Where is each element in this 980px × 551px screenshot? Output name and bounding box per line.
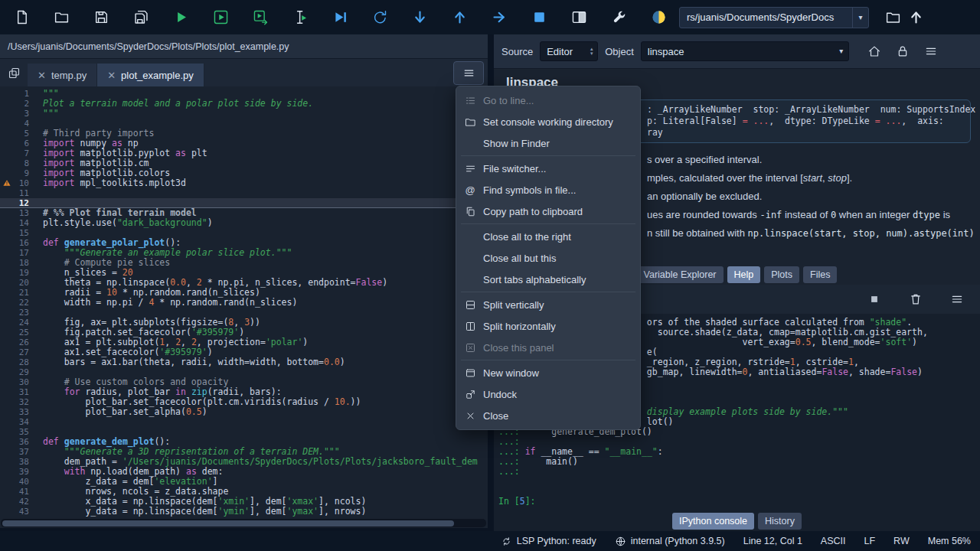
- undock-icon: [463, 387, 477, 401]
- close-tab-icon[interactable]: ✕: [38, 70, 46, 80]
- window-icon: [463, 366, 477, 380]
- line-number: 25: [0, 328, 35, 337]
- console-line: [498, 477, 980, 487]
- eol-status[interactable]: LF: [864, 536, 876, 546]
- line-number: 29: [0, 367, 35, 377]
- memory-status[interactable]: Mem 56%: [928, 536, 971, 546]
- menu-item-sort-tabs-alphabetically[interactable]: Sort tabs alphabetically: [456, 269, 640, 290]
- console-options-button[interactable]: [946, 289, 968, 310]
- cursor-position[interactable]: Line 12, Col 1: [743, 536, 802, 546]
- lsp-status[interactable]: LSP Python: ready: [501, 536, 596, 547]
- console-tab-history[interactable]: History: [758, 513, 802, 530]
- switcher-icon: [463, 161, 477, 175]
- parent-directory-button[interactable]: [904, 6, 927, 29]
- editor-tab-temp-py[interactable]: ✕temp.py: [28, 64, 97, 86]
- split-v-icon: [463, 298, 477, 311]
- caret-down-icon: ▾: [590, 51, 593, 56]
- debug-file-button[interactable]: [328, 6, 351, 29]
- menu-item-split-vertically[interactable]: Split vertically: [456, 294, 640, 315]
- pane-tab-files[interactable]: Files: [803, 266, 837, 283]
- caret-down-icon[interactable]: ▾: [835, 47, 848, 55]
- line-number: 31: [0, 387, 35, 397]
- menu-item-find-symbols-in-file[interactable]: @Find symbols in file...: [456, 179, 640, 201]
- open-file-button[interactable]: [50, 6, 73, 29]
- encoding-status[interactable]: ASCII: [821, 536, 846, 546]
- interpreter-status[interactable]: internal (Python 3.9.5): [615, 536, 725, 547]
- ibeam-run-icon: [292, 9, 309, 25]
- menu-item-close-all-to-the-right[interactable]: Close all to the right: [456, 226, 640, 247]
- interrupt-kernel-button[interactable]: [864, 289, 885, 310]
- save-all-button[interactable]: [129, 6, 152, 29]
- debug-continue-button[interactable]: [488, 6, 511, 29]
- blank-icon: [463, 272, 477, 286]
- browse-directory-button[interactable]: [881, 6, 904, 29]
- main-toolbar: rs/juanis/Documents/SpyderDocs ▾: [0, 0, 980, 34]
- code-line: 28 bars = ax1.bar(theta, radii, width=wi…: [0, 357, 488, 367]
- source-combo-value: Editor: [547, 46, 573, 57]
- run-cell-advance-button[interactable]: [249, 6, 272, 29]
- menu-item-label: Split horizontally: [483, 321, 556, 332]
- wrench-icon: [611, 9, 627, 25]
- object-combo-value: linspace: [648, 46, 684, 57]
- debug-step-into-button[interactable]: [408, 6, 431, 29]
- debug-stop-button[interactable]: [528, 6, 550, 29]
- console-tab-ipython-console[interactable]: IPython console: [672, 513, 754, 530]
- help-options-button[interactable]: [920, 41, 942, 62]
- debug-step-out-button[interactable]: [448, 6, 471, 29]
- line-number: 32: [0, 397, 35, 407]
- object-combo[interactable]: linspace ▾: [641, 41, 849, 61]
- editor-options-button[interactable]: [453, 61, 484, 85]
- run-selection-button[interactable]: [289, 6, 312, 29]
- remove-variables-button[interactable]: [905, 289, 926, 310]
- menu-item-split-horizontally[interactable]: Split horizontally: [456, 315, 640, 337]
- menu-item-file-switcher[interactable]: File switcher...: [456, 158, 640, 179]
- permissions-status[interactable]: RW: [893, 536, 910, 546]
- menu-separator: [461, 155, 635, 156]
- close-tab-icon[interactable]: ✕: [107, 70, 116, 80]
- source-label: Source: [501, 46, 533, 57]
- status-text: RW: [893, 536, 910, 546]
- menu-item-copy-path-to-clipboard[interactable]: Copy path to clipboard: [456, 201, 640, 222]
- menu-item-new-window[interactable]: New window: [456, 362, 640, 383]
- menu-item-close-all-but-this[interactable]: Close all but this: [456, 247, 640, 269]
- console-line: ...: main(): [498, 457, 980, 467]
- editor-tabbar: ✕temp.py✕plot_example.py: [0, 59, 488, 86]
- pane-tab-variable-explorer[interactable]: Variable Explorer: [637, 266, 724, 283]
- code-line: 43 y_data = np.linspace(dem['ymin'], dem…: [0, 507, 488, 517]
- source-combo[interactable]: Editor ▴ ▾: [540, 41, 598, 61]
- signature-line: : _ArrayLikeNumber stop: _ArrayLikeNumbe…: [647, 104, 964, 116]
- line-number: 9: [0, 168, 35, 178]
- tab-label: plot_example.py: [121, 70, 194, 81]
- caret-down-icon[interactable]: ▾: [852, 8, 868, 28]
- editor-horizontal-scrollbar[interactable]: [1, 519, 486, 527]
- menu-item-show-in-finder[interactable]: Show in Finder: [456, 132, 640, 154]
- code-line: 14plt.style.use("dark_background"): [0, 218, 488, 228]
- home-button[interactable]: [864, 41, 885, 62]
- pane-tab-help[interactable]: Help: [727, 266, 761, 283]
- lock-button[interactable]: [892, 41, 913, 62]
- working-directory-combo[interactable]: rs/juanis/Documents/SpyderDocs ▾: [679, 7, 869, 28]
- preferences-button[interactable]: [607, 6, 630, 29]
- maximize-pane-button[interactable]: [567, 6, 590, 29]
- pages-icon: [8, 67, 21, 80]
- menu-item-close[interactable]: Close: [456, 405, 640, 426]
- code-line: 34: [0, 417, 488, 427]
- sync-icon: [501, 536, 512, 547]
- menu-item-undock[interactable]: Undock: [456, 383, 640, 405]
- status-text: Line 12, Col 1: [743, 536, 802, 546]
- debug-step-over-button[interactable]: [368, 6, 391, 29]
- editor-tab-plot-example-py[interactable]: ✕plot_example.py: [97, 64, 204, 86]
- code-editor[interactable]: 1"""2Plot a terrain model and a polar pl…: [0, 86, 488, 520]
- run-cell-button[interactable]: [209, 6, 232, 29]
- browse-tabs-button[interactable]: [3, 62, 24, 83]
- save-button[interactable]: [90, 6, 113, 29]
- line-number: 39: [0, 467, 35, 477]
- spinner-arrows-icon[interactable]: ▴ ▾: [586, 47, 597, 56]
- run-file-button[interactable]: [169, 6, 192, 29]
- new-file-button[interactable]: [10, 6, 33, 29]
- pythonpath-button[interactable]: [647, 6, 670, 29]
- console-line: In [5]:: [498, 497, 980, 507]
- pane-tab-plots[interactable]: Plots: [764, 266, 799, 283]
- menu-item-set-console-working-directory[interactable]: Set console working directory: [456, 111, 640, 132]
- editor-context-menu: Go to line...Set console working directo…: [456, 86, 641, 430]
